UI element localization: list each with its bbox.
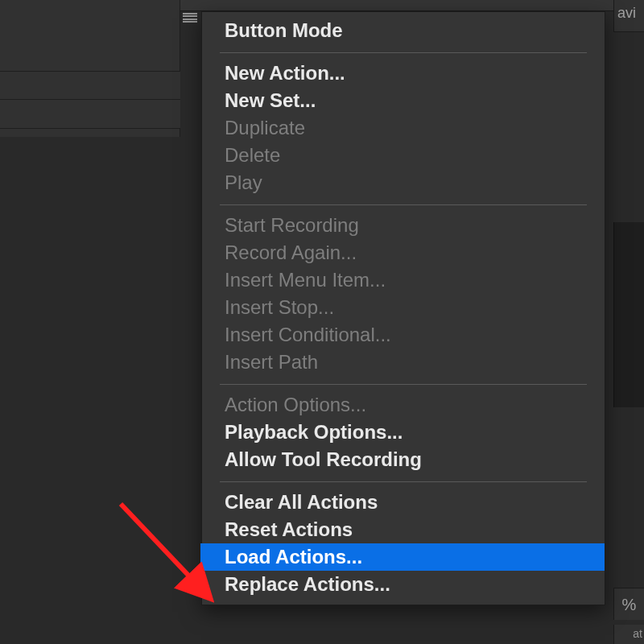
left-panel-row — [0, 71, 180, 100]
menu-separator — [220, 52, 587, 53]
menu-separator — [220, 384, 587, 385]
menu-item[interactable]: Reset Actions — [202, 516, 605, 543]
menu-item: Insert Stop... — [202, 294, 605, 321]
hamburger-icon — [183, 13, 197, 23]
menu-item: Insert Menu Item... — [202, 266, 605, 294]
menu-item[interactable]: Replace Actions... — [202, 571, 605, 598]
menu-item: Delete — [202, 142, 605, 169]
menu-item[interactable]: Clear All Actions — [202, 489, 605, 516]
menu-item[interactable]: New Action... — [202, 60, 605, 87]
panel-top-bar — [180, 0, 644, 11]
menu-item: Record Again... — [202, 239, 605, 266]
menu-item[interactable]: Load Actions... — [200, 543, 605, 571]
partial-text: at — [613, 625, 644, 644]
actions-flyout-menu: Button ModeNew Action...New Set...Duplic… — [201, 11, 605, 605]
menu-separator — [220, 481, 587, 482]
left-panel-row — [0, 100, 180, 129]
partial-tab-label: avi — [613, 0, 644, 32]
panel-flyout-button[interactable] — [180, 8, 200, 27]
menu-item[interactable]: Allow Tool Recording — [202, 446, 605, 473]
menu-separator — [220, 204, 587, 205]
right-panel-strip — [613, 222, 644, 407]
menu-item: Insert Conditional... — [202, 321, 605, 349]
menu-item[interactable]: Button Mode — [202, 17, 605, 44]
menu-item[interactable]: Playback Options... — [202, 419, 605, 446]
percent-label: % — [613, 588, 644, 620]
menu-item: Duplicate — [202, 114, 605, 142]
menu-item: Play — [202, 169, 605, 196]
menu-item: Insert Path — [202, 349, 605, 376]
menu-item[interactable]: New Set... — [202, 87, 605, 114]
menu-item: Start Recording — [202, 212, 605, 239]
menu-item: Action Options... — [202, 391, 605, 419]
